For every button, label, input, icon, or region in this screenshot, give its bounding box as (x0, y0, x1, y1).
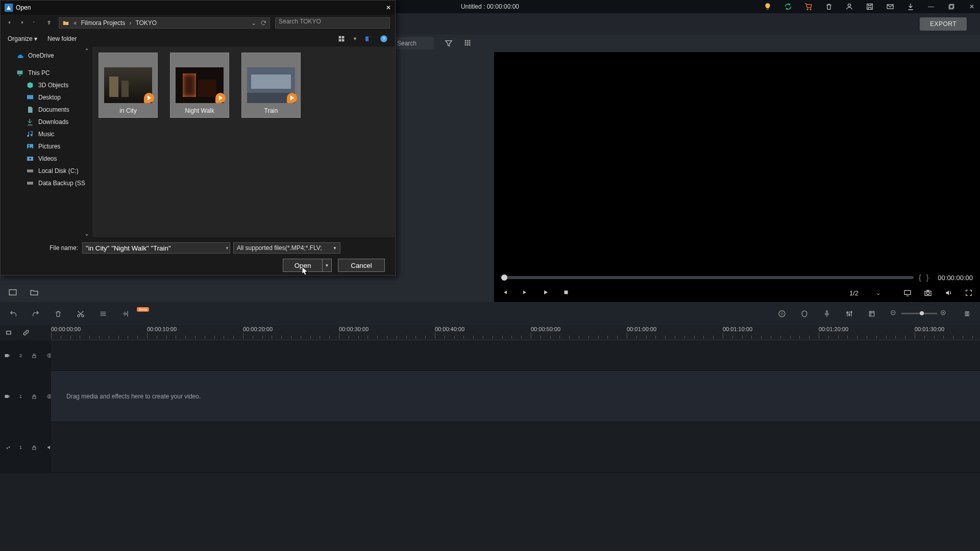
preview-zoom-value[interactable]: 1/2 (849, 289, 859, 297)
settings-icon[interactable] (99, 310, 107, 318)
step-forward-icon[interactable] (522, 289, 530, 297)
filename-dropdown-icon[interactable]: ▼ (225, 246, 229, 251)
nav-back-icon[interactable] (6, 19, 14, 27)
delete-icon[interactable] (825, 3, 833, 11)
help-icon[interactable]: ? (380, 35, 388, 43)
refresh-icon[interactable] (260, 20, 266, 26)
file-item[interactable]: in City (99, 53, 158, 118)
dialog-app-icon (5, 4, 13, 12)
sidebar-item-music[interactable]: Music (1, 128, 92, 140)
zoom-slider[interactable] (901, 313, 937, 314)
svg-rect-33 (869, 311, 874, 316)
chevron-icon: « (74, 19, 77, 27)
volume-icon[interactable] (944, 289, 952, 297)
sidebar-item-databackup[interactable]: Data Backup (SS (1, 177, 92, 189)
ruler-mark: 00:01:10:00 (723, 326, 752, 332)
file-item[interactable]: Night Walk (170, 53, 229, 118)
scrub-thumb[interactable] (501, 274, 507, 281)
open-split-dropdown-icon[interactable]: ▼ (323, 259, 332, 272)
sidebar-item-3dobjects[interactable]: 3D Objects (1, 79, 92, 91)
timeline-ruler[interactable]: 00:00:00:0000:00:10:0000:00:20:0000:00:3… (51, 325, 980, 340)
export-button[interactable]: EXPORT (920, 17, 967, 31)
sidebar-item-desktop[interactable]: Desktop (1, 91, 92, 104)
file-open-dialog: Open ✕ ⌄ « Filmora Projects › TOKYO ⌄ Se… (0, 0, 396, 276)
sidebar-scroll-up-icon[interactable]: ⌃ (84, 47, 90, 54)
fit-zoom-icon[interactable] (963, 310, 971, 318)
undo-icon[interactable] (9, 310, 17, 318)
sidebar-scroll-down-icon[interactable]: ⌄ (84, 230, 90, 236)
zoom-out-icon[interactable] (890, 310, 898, 318)
filter-icon[interactable] (444, 39, 453, 48)
render-icon[interactable] (778, 310, 786, 318)
redo-icon[interactable] (32, 310, 40, 318)
media-search-input[interactable]: Search (393, 37, 434, 49)
dialog-close-icon[interactable]: ✕ (386, 4, 391, 11)
window-close-icon[interactable]: ✕ (968, 3, 976, 11)
snapshot-icon[interactable] (924, 289, 932, 297)
sidebar-item-documents[interactable]: Documents (1, 104, 92, 116)
track-lock-icon[interactable] (31, 353, 37, 359)
scrub-track[interactable] (501, 276, 914, 279)
link-icon[interactable] (22, 329, 30, 336)
mail-icon[interactable] (886, 3, 894, 11)
play-icon[interactable] (542, 289, 550, 297)
mark-out-icon[interactable]: } (926, 273, 929, 282)
preview-viewport[interactable] (494, 52, 980, 271)
preview-pane-icon[interactable] (364, 35, 373, 43)
new-folder-button[interactable]: New folder (47, 35, 77, 42)
cut-icon[interactable] (77, 310, 85, 318)
nav-up-icon[interactable] (45, 19, 54, 27)
sidebar-item-localdisk[interactable]: Local Disk (C:) (1, 165, 92, 177)
cart-icon[interactable] (804, 3, 813, 11)
sync-icon[interactable] (784, 3, 792, 11)
sidebar-item-thispc[interactable]: This PC (1, 67, 92, 79)
nav-recent-icon[interactable]: ⌄ (32, 19, 40, 27)
marker-tool-icon[interactable] (800, 310, 808, 318)
trash-icon[interactable] (54, 310, 62, 318)
sidebar-item-videos[interactable]: Videos (1, 153, 92, 165)
breadcrumb-segment[interactable]: TOKYO (135, 19, 157, 27)
voiceover-icon[interactable] (823, 310, 831, 318)
track-lock-icon[interactable] (31, 393, 37, 399)
zoom-in-icon[interactable] (940, 310, 948, 318)
account-icon[interactable] (845, 3, 853, 11)
media-panel-icon[interactable] (8, 288, 17, 297)
filename-input[interactable] (82, 242, 230, 254)
sidebar-item-pictures[interactable]: Pictures (1, 140, 92, 153)
dialog-file-area[interactable]: in City Night Walk Train (92, 46, 395, 237)
audio-tool-icon[interactable] (121, 310, 130, 318)
grid-view-icon[interactable] (463, 39, 473, 48)
svg-rect-55 (17, 70, 23, 74)
insert-mode-icon[interactable] (5, 329, 12, 336)
dialog-search-input[interactable]: Search TOKYO (275, 17, 390, 29)
organize-button[interactable]: Organize ▾ (8, 35, 37, 42)
nav-forward-icon[interactable] (19, 19, 27, 27)
sidebar-item-downloads[interactable]: Downloads (1, 116, 92, 128)
step-back-icon[interactable] (501, 289, 509, 297)
track-lock-icon[interactable] (31, 444, 37, 450)
fullscreen-icon[interactable] (965, 289, 973, 297)
svg-point-0 (807, 9, 808, 10)
svg-rect-47 (339, 36, 341, 39)
sidebar-item-onedrive[interactable]: OneDrive (1, 49, 92, 62)
download-icon[interactable] (906, 3, 915, 11)
file-item[interactable]: Train (241, 53, 301, 118)
cancel-button[interactable]: Cancel (338, 259, 385, 272)
stop-icon[interactable] (562, 289, 571, 297)
filetype-select[interactable]: All supported files(*.MP4;*.FLV;▼ (233, 242, 340, 254)
display-mode-icon[interactable] (903, 289, 912, 297)
window-maximize-icon[interactable] (947, 3, 955, 11)
breadcrumb-segment[interactable]: Filmora Projects (81, 19, 126, 27)
window-minimize-icon[interactable]: — (927, 3, 935, 11)
mark-in-icon[interactable]: { (919, 273, 921, 282)
crop-icon[interactable] (868, 310, 876, 318)
folder-panel-icon[interactable] (30, 288, 39, 297)
view-mode-icon[interactable] (337, 35, 346, 43)
save-icon[interactable] (866, 3, 874, 11)
breadcrumb[interactable]: « Filmora Projects › TOKYO ⌄ (59, 17, 270, 29)
ideas-icon[interactable] (764, 3, 772, 11)
chevron-down-icon[interactable]: ⌄ (251, 19, 256, 27)
view-dropdown-icon[interactable]: ▼ (353, 36, 357, 41)
mixer-icon[interactable] (845, 310, 853, 318)
preview-zoom-dropdown-icon[interactable]: ⌄ (876, 289, 881, 296)
